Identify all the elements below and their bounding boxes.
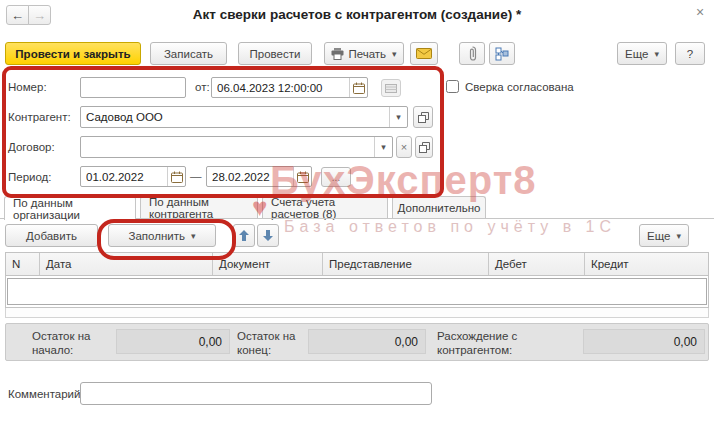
table-body[interactable] xyxy=(5,276,709,308)
structure-icon xyxy=(495,47,509,61)
tab-label: Дополнительно xyxy=(398,202,481,214)
move-row-up-button[interactable] xyxy=(233,224,255,247)
table-footer-strip xyxy=(5,308,709,318)
paperclip-icon xyxy=(468,46,477,61)
counterparty-field[interactable]: ▾ xyxy=(80,106,408,128)
grid-icon xyxy=(385,84,397,93)
chevron-down-icon: ▾ xyxy=(676,231,681,241)
period-from-input[interactable] xyxy=(81,167,167,186)
reconciliation-act-window: { "window": { "title": "Акт сверки расче… xyxy=(0,0,714,445)
tab-label: По данным организации xyxy=(13,197,127,221)
balance-end-label: Остаток на конец: xyxy=(237,329,307,357)
page-title: Акт сверки расчетов с контрагентом (созд… xyxy=(0,7,714,22)
comment-label: Комментарий: xyxy=(8,388,84,400)
amount: 0,00 xyxy=(395,335,418,349)
calendar-icon[interactable] xyxy=(167,167,185,186)
column-header-date[interactable]: Дата xyxy=(40,253,213,275)
attachments-button[interactable] xyxy=(459,42,485,65)
post-button[interactable]: Провести xyxy=(238,42,312,65)
contract-open-button[interactable] xyxy=(415,136,433,158)
tab-additional[interactable]: Дополнительно xyxy=(392,196,486,219)
chevron-down-icon: ▾ xyxy=(191,231,196,241)
column-header-debit[interactable]: Дебет xyxy=(489,253,585,275)
number-settings-button[interactable] xyxy=(381,79,401,97)
calendar-icon[interactable] xyxy=(293,167,311,186)
tab-settlement-accounts[interactable]: Счета учета расчетов (8) xyxy=(262,196,388,219)
tab-label: Счета учета расчетов (8) xyxy=(271,196,379,220)
more-button-table[interactable]: Еще ▾ xyxy=(639,224,689,247)
chevron-down-icon[interactable]: ▾ xyxy=(389,107,407,127)
balance-end-value: 0,00 xyxy=(308,329,426,354)
datetime-field[interactable] xyxy=(211,77,368,98)
period-label: Период: xyxy=(8,171,52,183)
datetime-input[interactable] xyxy=(212,78,349,97)
open-link-icon xyxy=(419,142,430,153)
balance-begin-label: Остаток на начало: xyxy=(32,329,104,357)
post-label: Провести xyxy=(250,48,301,60)
ellipsis-icon: ... xyxy=(332,172,340,183)
comment-field[interactable] xyxy=(80,382,432,405)
write-label: Записать xyxy=(164,48,213,60)
comment-input[interactable] xyxy=(81,383,431,404)
send-email-button[interactable] xyxy=(410,42,438,65)
envelope-icon xyxy=(416,48,432,59)
reconciliation-approved-checkbox[interactable] xyxy=(446,80,459,93)
open-link-icon xyxy=(418,112,429,123)
table-row[interactable] xyxy=(7,278,707,305)
column-header-credit[interactable]: Кредит xyxy=(585,253,708,275)
tab-label: По данным контрагента xyxy=(149,196,249,220)
calendar-icon[interactable] xyxy=(349,78,367,97)
chevron-down-icon[interactable]: ▾ xyxy=(374,137,392,157)
fill-label: Заполнить xyxy=(129,230,185,242)
add-label: Добавить xyxy=(26,230,77,242)
close-icon[interactable]: × xyxy=(690,2,710,22)
column-header-document[interactable]: Документ xyxy=(213,253,323,275)
arrow-up-icon xyxy=(239,230,249,241)
balance-begin-value: 0,00 xyxy=(116,329,230,354)
counterparty-label: Контрагент: xyxy=(8,111,71,123)
table-header: N Дата Документ Представление Дебет Кред… xyxy=(5,252,709,276)
reconciliation-approved-label: Сверка согласована xyxy=(465,81,574,93)
help-label: ? xyxy=(687,48,693,60)
contract-field[interactable]: ▾ xyxy=(80,136,393,158)
contract-label: Договор: xyxy=(8,141,55,153)
period-choose-button[interactable]: ... xyxy=(321,167,351,187)
clear-icon: × xyxy=(401,141,407,153)
number-field[interactable] xyxy=(80,77,186,98)
tab-by-counterparty[interactable]: По данным контрагента xyxy=(140,196,258,219)
more-button-top[interactable]: Еще ▾ xyxy=(617,42,667,65)
move-row-down-button[interactable] xyxy=(257,224,279,247)
column-header-n[interactable]: N xyxy=(6,253,40,275)
add-row-button[interactable]: Добавить xyxy=(5,224,98,247)
watermark-tagline: База ответов по учёту в 1С xyxy=(284,218,616,236)
amount: 0,00 xyxy=(674,335,697,349)
period-dash: — xyxy=(190,170,202,182)
more-label: Еще xyxy=(625,48,648,60)
period-from-field[interactable] xyxy=(80,166,186,187)
discrepancy-value: 0,00 xyxy=(583,329,705,354)
arrow-down-icon xyxy=(263,230,273,241)
column-header-presentation[interactable]: Представление xyxy=(323,253,489,275)
related-documents-button[interactable] xyxy=(489,42,515,65)
amount: 0,00 xyxy=(199,335,222,349)
period-to-input[interactable] xyxy=(207,167,293,186)
print-button[interactable]: Печать ▾ xyxy=(324,42,404,65)
tab-by-organization[interactable]: По данным организации xyxy=(4,196,136,220)
contract-clear-button[interactable]: × xyxy=(396,136,412,158)
discrepancy-label: Расхождение с контрагентом: xyxy=(437,329,567,357)
help-button[interactable]: ? xyxy=(675,42,705,65)
number-input[interactable] xyxy=(81,78,185,97)
post-and-close-label: Провести и закрыть xyxy=(15,48,130,60)
more-label: Еще xyxy=(647,230,670,242)
print-label: Печать xyxy=(348,48,386,60)
chevron-down-icon: ▾ xyxy=(654,49,659,59)
period-to-field[interactable] xyxy=(206,166,312,187)
fill-button[interactable]: Заполнить ▾ xyxy=(108,224,216,247)
counterparty-open-button[interactable] xyxy=(413,106,433,128)
write-button[interactable]: Записать xyxy=(150,42,227,65)
post-and-close-button[interactable]: Провести и закрыть xyxy=(5,42,141,65)
contract-input[interactable] xyxy=(81,137,374,157)
chevron-down-icon: ▾ xyxy=(392,49,397,59)
counterparty-input[interactable] xyxy=(81,107,389,127)
printer-icon xyxy=(331,48,344,60)
